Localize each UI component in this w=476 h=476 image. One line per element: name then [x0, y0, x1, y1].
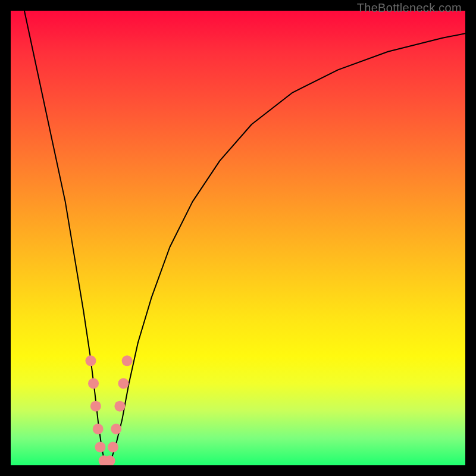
data-marker	[111, 424, 121, 434]
data-marker	[85, 355, 96, 366]
data-marker	[105, 455, 115, 465]
data-marker	[122, 355, 133, 366]
watermark-text: TheBottleneck.com	[357, 1, 462, 15]
data-marker	[93, 424, 104, 434]
data-marker	[114, 401, 125, 412]
data-marker	[88, 378, 99, 389]
data-marker	[118, 378, 129, 389]
plot-area	[11, 11, 465, 465]
data-marker	[108, 441, 118, 452]
data-marker	[99, 455, 109, 465]
data-marker	[95, 441, 106, 452]
data-marker	[101, 460, 112, 465]
data-marker	[90, 401, 101, 412]
bottleneck-curve	[11, 11, 465, 465]
chart-frame: TheBottleneck.com	[0, 0, 476, 476]
